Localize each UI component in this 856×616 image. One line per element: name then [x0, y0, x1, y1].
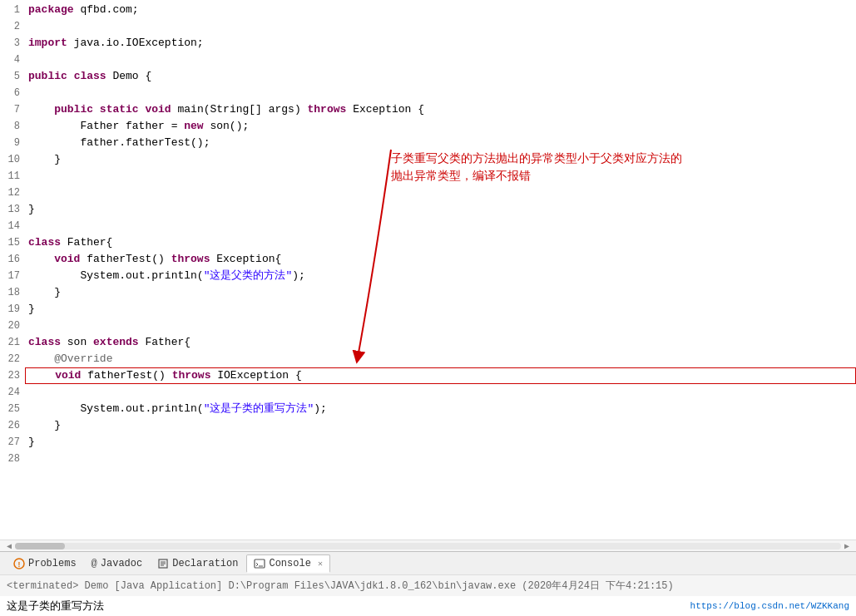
code-line-5: public class Demo { [25, 68, 856, 85]
code-line-22: @Override▾ [25, 351, 856, 367]
tab-console-label: Console [269, 558, 310, 569]
code-token: Exception{ [210, 251, 281, 268]
line-number-7: 7 [0, 101, 20, 118]
code-line-24 [25, 384, 856, 401]
line-numbers: 1234567891011121314151617181920212223242… [0, 0, 25, 540]
code-token: } [28, 434, 35, 451]
code-content[interactable]: package qfbd.com; import java.io.IOExcep… [25, 0, 856, 540]
console-icon [254, 558, 265, 569]
line-number-19: 19 [0, 301, 20, 318]
code-token: main(String[] args) [171, 101, 308, 118]
tab-bar: ! Problems @ Javadoc Declaration Console… [0, 551, 856, 574]
console-output-text: 这是子类的重写方法 [7, 599, 104, 614]
line-number-24: 24 [0, 384, 20, 401]
code-line-21: class son extends Father{ [25, 334, 856, 351]
code-token: throws [308, 101, 347, 118]
line-number-2: 2 [0, 18, 20, 35]
code-token: System. [28, 401, 126, 417]
code-line-4 [25, 52, 856, 68]
code-token [139, 101, 146, 118]
code-line-28 [25, 451, 856, 467]
horizontal-scrollbar[interactable]: ◀ ▶ [0, 540, 856, 551]
line-number-10: 10 [0, 151, 20, 168]
code-line-3: import java.io.IOException; [25, 35, 856, 52]
code-line-16: void fatherTest() throws Exception{▾ [25, 251, 856, 268]
code-line-12 [25, 185, 856, 201]
code-line-2 [25, 18, 856, 35]
code-token: .println( [145, 268, 203, 284]
line-number-21: 21 [0, 334, 20, 351]
code-token [28, 251, 54, 268]
line-number-22: 22 [0, 351, 20, 367]
line-number-25: 25 [0, 401, 20, 417]
tab-javadoc[interactable]: @ Javadoc [85, 555, 150, 572]
tab-declaration[interactable]: Declaration [151, 555, 245, 572]
code-line-8: Father father = new son(); [25, 118, 856, 135]
code-token: "这是父类的方法" [204, 268, 293, 284]
code-token: out [126, 401, 145, 417]
code-token [93, 101, 100, 118]
scroll-left-arrow[interactable]: ◀ [3, 541, 15, 551]
code-line-19: } [25, 301, 856, 318]
code-token: ); [292, 268, 305, 284]
code-token: } [28, 151, 61, 168]
code-line-7: public static void main(String[] args) t… [25, 101, 856, 118]
line-number-28: 28 [0, 451, 20, 467]
tab-console[interactable]: Console ✕ [246, 554, 329, 573]
line-number-13: 13 [0, 201, 20, 218]
code-token: class [28, 334, 61, 351]
line-number-20: 20 [0, 318, 20, 334]
code-token: class [28, 234, 61, 251]
line-number-15: 15 [0, 234, 20, 251]
code-token: throws [171, 251, 210, 268]
editor-area: 1234567891011121314151617181920212223242… [0, 0, 856, 540]
code-token: ); [314, 401, 327, 417]
code-token: } [28, 301, 35, 318]
code-token: import [28, 35, 67, 52]
code-token: public [28, 68, 67, 85]
code-token: void [54, 251, 80, 268]
code-line-13: } [25, 201, 856, 218]
scroll-right-arrow[interactable]: ▶ [841, 541, 853, 551]
scrollbar-track[interactable] [15, 543, 841, 549]
code-line-27: } [25, 434, 856, 451]
tab-problems-label: Problems [28, 558, 77, 569]
code-token: throws [172, 367, 211, 384]
annotation-popup: 子类重写父类的方法抛出的异常类型小于父类对应方法的抛出异常类型，编译不报错 [391, 150, 690, 185]
code-token: static [100, 101, 139, 118]
code-token: "这是子类的重写方法" [204, 401, 314, 417]
line-number-12: 12 [0, 185, 20, 201]
code-token: void [145, 101, 171, 118]
at-icon: @ [92, 558, 97, 569]
url-link[interactable]: https://blog.csdn.net/WZKKang [690, 601, 849, 611]
console-close-icon[interactable]: ✕ [318, 559, 323, 569]
code-token: Demo { [106, 68, 152, 85]
code-line-23: ▲ void fatherTest() throws IOException { [25, 367, 856, 384]
code-token: } [28, 284, 61, 301]
scrollbar-thumb[interactable] [15, 543, 65, 549]
code-token: qfbd.com; [74, 2, 139, 18]
code-line-18: } [25, 284, 856, 301]
code-token: .println( [145, 401, 203, 417]
tab-javadoc-label: Javadoc [101, 558, 142, 569]
code-token: class [74, 68, 106, 85]
line-number-6: 6 [0, 85, 20, 101]
code-container: 1234567891011121314151617181920212223242… [0, 0, 856, 540]
code-line-1: package qfbd.com; [25, 2, 856, 18]
tab-problems[interactable]: ! Problems [7, 555, 83, 572]
code-token: son [61, 334, 93, 351]
line-number-4: 4 [0, 52, 20, 68]
line-number-27: 27 [0, 434, 20, 451]
code-token: Father{ [61, 234, 112, 251]
declaration-icon [157, 558, 169, 569]
line-number-5: 5 [0, 68, 20, 85]
code-token: } [28, 417, 61, 434]
line-number-23: 23 [0, 367, 20, 384]
line-number-9: 9 [0, 135, 20, 151]
code-token: package [28, 2, 74, 18]
line-number-26: 26 [0, 417, 20, 434]
code-token: out [126, 268, 145, 284]
console-status-bar: <terminated> Demo [Java Application] D:\… [0, 574, 856, 596]
code-token [28, 351, 54, 367]
tab-declaration-label: Declaration [172, 558, 238, 569]
